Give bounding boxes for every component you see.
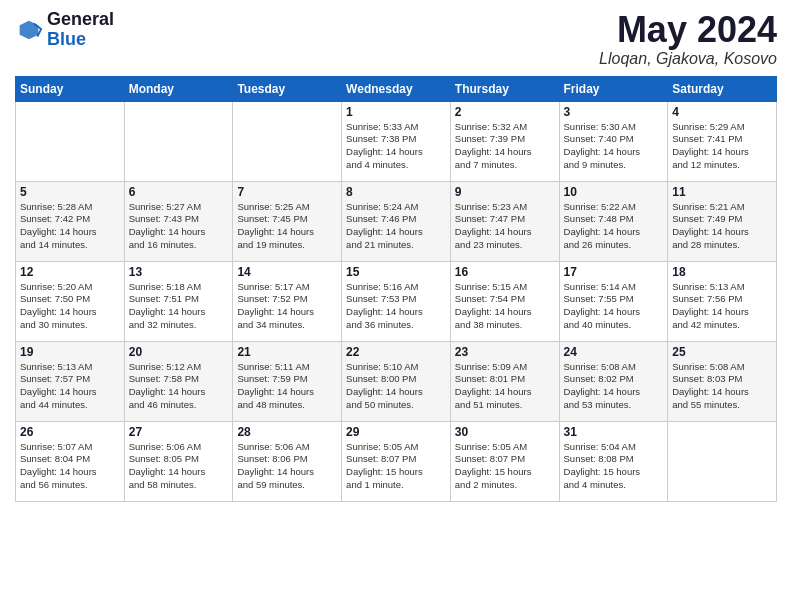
day-number: 9 — [455, 185, 555, 199]
day-number: 20 — [129, 345, 229, 359]
day-info: Sunrise: 5:08 AM Sunset: 8:03 PM Dayligh… — [672, 361, 772, 412]
table-cell: 20Sunrise: 5:12 AM Sunset: 7:58 PM Dayli… — [124, 341, 233, 421]
day-number: 18 — [672, 265, 772, 279]
table-cell: 29Sunrise: 5:05 AM Sunset: 8:07 PM Dayli… — [342, 421, 451, 501]
logo-blue: Blue — [47, 30, 114, 50]
table-cell: 3Sunrise: 5:30 AM Sunset: 7:40 PM Daylig… — [559, 101, 668, 181]
table-cell: 28Sunrise: 5:06 AM Sunset: 8:06 PM Dayli… — [233, 421, 342, 501]
table-cell: 16Sunrise: 5:15 AM Sunset: 7:54 PM Dayli… — [450, 261, 559, 341]
logo-general: General — [47, 10, 114, 30]
day-info: Sunrise: 5:10 AM Sunset: 8:00 PM Dayligh… — [346, 361, 446, 412]
day-number: 24 — [564, 345, 664, 359]
table-cell — [668, 421, 777, 501]
day-number: 8 — [346, 185, 446, 199]
day-info: Sunrise: 5:22 AM Sunset: 7:48 PM Dayligh… — [564, 201, 664, 252]
day-number: 15 — [346, 265, 446, 279]
day-number: 28 — [237, 425, 337, 439]
table-cell: 6Sunrise: 5:27 AM Sunset: 7:43 PM Daylig… — [124, 181, 233, 261]
table-cell: 7Sunrise: 5:25 AM Sunset: 7:45 PM Daylig… — [233, 181, 342, 261]
table-cell: 8Sunrise: 5:24 AM Sunset: 7:46 PM Daylig… — [342, 181, 451, 261]
day-info: Sunrise: 5:11 AM Sunset: 7:59 PM Dayligh… — [237, 361, 337, 412]
table-cell: 2Sunrise: 5:32 AM Sunset: 7:39 PM Daylig… — [450, 101, 559, 181]
logo: General Blue — [15, 10, 114, 50]
col-friday: Friday — [559, 76, 668, 101]
day-info: Sunrise: 5:12 AM Sunset: 7:58 PM Dayligh… — [129, 361, 229, 412]
day-info: Sunrise: 5:13 AM Sunset: 7:56 PM Dayligh… — [672, 281, 772, 332]
table-cell: 17Sunrise: 5:14 AM Sunset: 7:55 PM Dayli… — [559, 261, 668, 341]
table-cell: 31Sunrise: 5:04 AM Sunset: 8:08 PM Dayli… — [559, 421, 668, 501]
day-info: Sunrise: 5:13 AM Sunset: 7:57 PM Dayligh… — [20, 361, 120, 412]
day-info: Sunrise: 5:28 AM Sunset: 7:42 PM Dayligh… — [20, 201, 120, 252]
table-cell: 26Sunrise: 5:07 AM Sunset: 8:04 PM Dayli… — [16, 421, 125, 501]
col-sunday: Sunday — [16, 76, 125, 101]
day-number: 4 — [672, 105, 772, 119]
table-cell: 13Sunrise: 5:18 AM Sunset: 7:51 PM Dayli… — [124, 261, 233, 341]
day-number: 6 — [129, 185, 229, 199]
day-info: Sunrise: 5:29 AM Sunset: 7:41 PM Dayligh… — [672, 121, 772, 172]
col-thursday: Thursday — [450, 76, 559, 101]
table-cell: 4Sunrise: 5:29 AM Sunset: 7:41 PM Daylig… — [668, 101, 777, 181]
day-info: Sunrise: 5:04 AM Sunset: 8:08 PM Dayligh… — [564, 441, 664, 492]
day-info: Sunrise: 5:17 AM Sunset: 7:52 PM Dayligh… — [237, 281, 337, 332]
day-number: 26 — [20, 425, 120, 439]
table-cell: 27Sunrise: 5:06 AM Sunset: 8:05 PM Dayli… — [124, 421, 233, 501]
table-cell: 24Sunrise: 5:08 AM Sunset: 8:02 PM Dayli… — [559, 341, 668, 421]
day-number: 19 — [20, 345, 120, 359]
day-number: 23 — [455, 345, 555, 359]
day-info: Sunrise: 5:05 AM Sunset: 8:07 PM Dayligh… — [346, 441, 446, 492]
day-number: 25 — [672, 345, 772, 359]
day-info: Sunrise: 5:07 AM Sunset: 8:04 PM Dayligh… — [20, 441, 120, 492]
day-info: Sunrise: 5:23 AM Sunset: 7:47 PM Dayligh… — [455, 201, 555, 252]
table-cell: 21Sunrise: 5:11 AM Sunset: 7:59 PM Dayli… — [233, 341, 342, 421]
day-info: Sunrise: 5:25 AM Sunset: 7:45 PM Dayligh… — [237, 201, 337, 252]
day-info: Sunrise: 5:24 AM Sunset: 7:46 PM Dayligh… — [346, 201, 446, 252]
day-number: 31 — [564, 425, 664, 439]
calendar-page: General Blue May 2024 Lloqan, Gjakova, K… — [0, 0, 792, 612]
day-info: Sunrise: 5:21 AM Sunset: 7:49 PM Dayligh… — [672, 201, 772, 252]
week-row-4: 19Sunrise: 5:13 AM Sunset: 7:57 PM Dayli… — [16, 341, 777, 421]
day-number: 22 — [346, 345, 446, 359]
day-info: Sunrise: 5:06 AM Sunset: 8:06 PM Dayligh… — [237, 441, 337, 492]
day-info: Sunrise: 5:30 AM Sunset: 7:40 PM Dayligh… — [564, 121, 664, 172]
day-number: 12 — [20, 265, 120, 279]
table-cell: 25Sunrise: 5:08 AM Sunset: 8:03 PM Dayli… — [668, 341, 777, 421]
days-header-row: Sunday Monday Tuesday Wednesday Thursday… — [16, 76, 777, 101]
week-row-3: 12Sunrise: 5:20 AM Sunset: 7:50 PM Dayli… — [16, 261, 777, 341]
day-info: Sunrise: 5:15 AM Sunset: 7:54 PM Dayligh… — [455, 281, 555, 332]
table-cell: 23Sunrise: 5:09 AM Sunset: 8:01 PM Dayli… — [450, 341, 559, 421]
week-row-5: 26Sunrise: 5:07 AM Sunset: 8:04 PM Dayli… — [16, 421, 777, 501]
day-number: 1 — [346, 105, 446, 119]
col-wednesday: Wednesday — [342, 76, 451, 101]
day-number: 14 — [237, 265, 337, 279]
logo-icon — [15, 16, 43, 44]
day-info: Sunrise: 5:09 AM Sunset: 8:01 PM Dayligh… — [455, 361, 555, 412]
day-number: 13 — [129, 265, 229, 279]
calendar-table: Sunday Monday Tuesday Wednesday Thursday… — [15, 76, 777, 502]
day-number: 7 — [237, 185, 337, 199]
table-cell — [124, 101, 233, 181]
table-cell: 9Sunrise: 5:23 AM Sunset: 7:47 PM Daylig… — [450, 181, 559, 261]
day-info: Sunrise: 5:27 AM Sunset: 7:43 PM Dayligh… — [129, 201, 229, 252]
col-monday: Monday — [124, 76, 233, 101]
table-cell: 12Sunrise: 5:20 AM Sunset: 7:50 PM Dayli… — [16, 261, 125, 341]
day-number: 16 — [455, 265, 555, 279]
table-cell: 11Sunrise: 5:21 AM Sunset: 7:49 PM Dayli… — [668, 181, 777, 261]
day-info: Sunrise: 5:32 AM Sunset: 7:39 PM Dayligh… — [455, 121, 555, 172]
day-info: Sunrise: 5:06 AM Sunset: 8:05 PM Dayligh… — [129, 441, 229, 492]
table-cell: 15Sunrise: 5:16 AM Sunset: 7:53 PM Dayli… — [342, 261, 451, 341]
day-info: Sunrise: 5:16 AM Sunset: 7:53 PM Dayligh… — [346, 281, 446, 332]
day-number: 11 — [672, 185, 772, 199]
table-cell: 14Sunrise: 5:17 AM Sunset: 7:52 PM Dayli… — [233, 261, 342, 341]
day-number: 29 — [346, 425, 446, 439]
day-info: Sunrise: 5:20 AM Sunset: 7:50 PM Dayligh… — [20, 281, 120, 332]
table-cell: 22Sunrise: 5:10 AM Sunset: 8:00 PM Dayli… — [342, 341, 451, 421]
day-number: 17 — [564, 265, 664, 279]
table-cell — [233, 101, 342, 181]
day-number: 10 — [564, 185, 664, 199]
week-row-2: 5Sunrise: 5:28 AM Sunset: 7:42 PM Daylig… — [16, 181, 777, 261]
day-info: Sunrise: 5:14 AM Sunset: 7:55 PM Dayligh… — [564, 281, 664, 332]
table-cell: 5Sunrise: 5:28 AM Sunset: 7:42 PM Daylig… — [16, 181, 125, 261]
day-number: 21 — [237, 345, 337, 359]
day-number: 2 — [455, 105, 555, 119]
day-number: 5 — [20, 185, 120, 199]
